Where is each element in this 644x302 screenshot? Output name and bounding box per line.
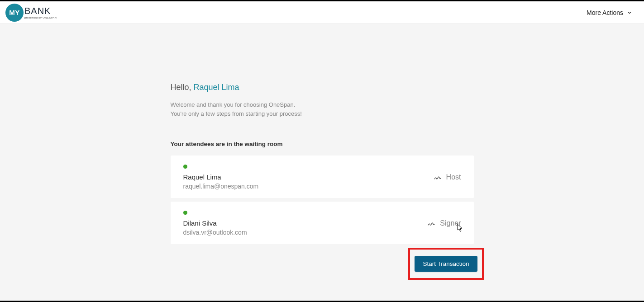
more-actions-label: More Actions: [587, 9, 623, 16]
greeting: Hello, Raquel Lima: [171, 83, 474, 92]
status-dot-online-icon: [183, 165, 187, 169]
role-label: Host: [446, 173, 461, 181]
attendee-card: Raquel Lima raquel.lima@onespan.com Host: [171, 156, 474, 198]
welcome-text: Welcome and thank you for choosing OneSp…: [171, 100, 474, 118]
chevron-down-icon: [627, 10, 632, 15]
greeting-name: Raquel Lima: [194, 83, 239, 92]
attendee-email: raquel.lima@onespan.com: [183, 183, 259, 190]
header: MY BANK presented by ONESPAN More Action…: [0, 1, 644, 24]
attendee-card: Dilani Silva dsilva.vr@outlook.com Signe…: [171, 202, 474, 244]
action-row: Start Transaction: [171, 248, 474, 280]
logo: MY BANK presented by ONESPAN: [5, 4, 57, 22]
start-transaction-button[interactable]: Start Transaction: [415, 256, 477, 272]
attendee-role: Host: [434, 173, 461, 181]
attendee-email: dsilva.vr@outlook.com: [183, 229, 247, 236]
waiting-room-title: Your attendees are in the waiting room: [171, 141, 474, 147]
status-dot-online-icon: [183, 211, 187, 215]
more-actions-dropdown[interactable]: More Actions: [580, 5, 639, 20]
attendee-info: Raquel Lima raquel.lima@onespan.com: [183, 165, 259, 190]
welcome-line1: Welcome and thank you for choosing OneSp…: [171, 100, 474, 109]
role-label: Signer: [440, 219, 461, 227]
signature-icon: [427, 219, 435, 227]
highlight-annotation: Start Transaction: [408, 248, 483, 280]
logo-text-wrap: BANK presented by ONESPAN: [24, 6, 57, 19]
logo-subtext: presented by ONESPAN: [24, 16, 57, 19]
content-container: Hello, Raquel Lima Welcome and thank you…: [171, 83, 474, 280]
attendee-name: Dilani Silva: [183, 219, 247, 227]
main-content: Hello, Raquel Lima Welcome and thank you…: [0, 24, 644, 280]
logo-text: BANK: [24, 6, 57, 15]
attendee-name: Raquel Lima: [183, 173, 259, 181]
welcome-line2: You're only a few steps from starting yo…: [171, 109, 474, 118]
signature-icon: [434, 173, 442, 181]
greeting-hello: Hello,: [171, 83, 194, 92]
logo-circle: MY: [5, 4, 24, 22]
attendee-role: Signer: [427, 219, 461, 227]
attendee-info: Dilani Silva dsilva.vr@outlook.com: [183, 211, 247, 236]
